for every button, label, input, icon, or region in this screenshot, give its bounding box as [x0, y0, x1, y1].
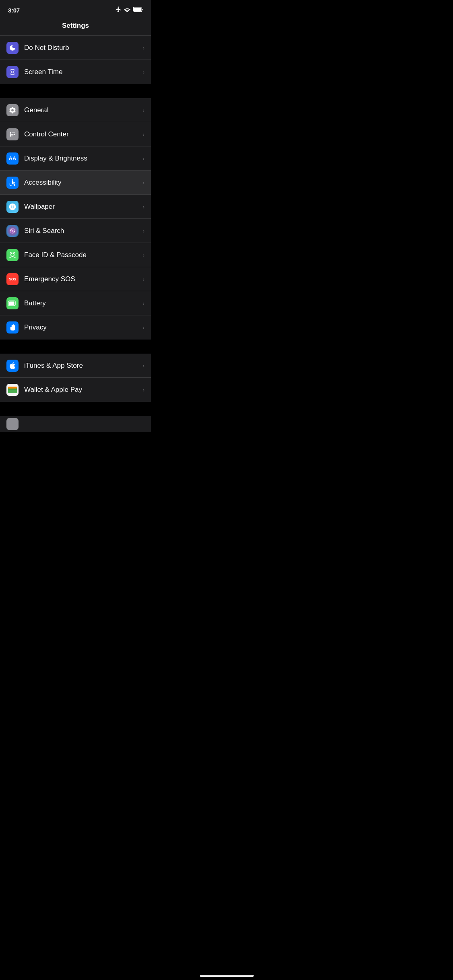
wallpaper-label: Wallpaper: [24, 203, 140, 211]
wallet-applepay-label: Wallet & Apple Pay: [24, 386, 140, 394]
row-control-center[interactable]: Control Center ›: [0, 122, 151, 146]
face-id-icon: [6, 249, 19, 261]
wallpaper-chevron: ›: [143, 204, 145, 210]
section-notifications: Do Not Disturb › Screen Time ›: [0, 36, 151, 84]
row-battery[interactable]: Battery ›: [0, 291, 151, 315]
svg-point-2: [10, 132, 12, 134]
screen-time-label: Screen Time: [24, 68, 140, 76]
wallet-applepay-chevron: ›: [143, 387, 145, 393]
row-privacy[interactable]: Privacy ›: [0, 315, 151, 340]
privacy-icon: [6, 321, 19, 334]
row-emergency-sos[interactable]: SOS Emergency SOS ›: [0, 267, 151, 291]
accessibility-label: Accessibility: [24, 179, 140, 187]
row-partial[interactable]: [0, 416, 151, 432]
do-not-disturb-icon: [6, 42, 19, 54]
general-chevron: ›: [143, 107, 145, 113]
svg-rect-6: [10, 134, 13, 135]
general-label: General: [24, 106, 140, 114]
display-brightness-icon: AA: [6, 152, 19, 165]
row-wallet-applepay[interactable]: Wallet & Apple Pay ›: [0, 378, 151, 402]
status-icons: [115, 6, 143, 14]
siri-search-label: Siri & Search: [24, 227, 140, 235]
face-id-label: Face ID & Passcode: [24, 251, 140, 259]
emergency-sos-chevron: ›: [143, 276, 145, 282]
wallpaper-icon: [6, 201, 19, 213]
row-general[interactable]: General ›: [0, 98, 151, 122]
svg-point-4: [14, 134, 15, 135]
accessibility-chevron: ›: [143, 179, 145, 186]
section-partial: [0, 416, 151, 432]
row-face-id[interactable]: Face ID & Passcode ›: [0, 243, 151, 267]
section-general: General › Control Center › AA Display & …: [0, 98, 151, 340]
row-accessibility[interactable]: Accessibility ›: [0, 171, 151, 195]
general-icon: [6, 104, 19, 116]
screen-time-chevron: ›: [143, 69, 145, 75]
airplane-icon: [115, 6, 122, 14]
row-screen-time[interactable]: Screen Time ›: [0, 60, 151, 84]
row-itunes-appstore[interactable]: iTunes & App Store ›: [0, 354, 151, 378]
control-center-icon: [6, 128, 19, 140]
svg-rect-5: [12, 132, 15, 133]
do-not-disturb-chevron: ›: [143, 45, 145, 51]
nav-bar: Settings: [0, 18, 151, 36]
page-title: Settings: [62, 22, 89, 29]
row-display-brightness[interactable]: AA Display & Brightness ›: [0, 146, 151, 171]
svg-rect-12: [9, 301, 14, 305]
section-store: iTunes & App Store › Wallet & Apple Pay …: [0, 354, 151, 402]
section-divider-1: [0, 84, 151, 98]
status-bar: 3:07: [0, 0, 151, 18]
siri-search-chevron: ›: [143, 228, 145, 234]
control-center-chevron: ›: [143, 131, 145, 138]
partial-icon: [6, 418, 19, 430]
battery-chevron: ›: [143, 300, 145, 307]
row-wallpaper[interactable]: Wallpaper ›: [0, 195, 151, 219]
accessibility-icon: [6, 177, 19, 189]
siri-icon: [6, 225, 19, 237]
svg-rect-1: [133, 8, 141, 12]
battery-status-icon: [133, 6, 143, 14]
privacy-label: Privacy: [24, 323, 140, 331]
row-do-not-disturb[interactable]: Do Not Disturb ›: [0, 36, 151, 60]
itunes-appstore-chevron: ›: [143, 362, 145, 369]
display-brightness-chevron: ›: [143, 155, 145, 162]
itunes-appstore-icon: [6, 360, 19, 372]
svg-point-8: [12, 179, 13, 180]
row-siri-search[interactable]: Siri & Search ›: [0, 219, 151, 243]
section-divider-3: [0, 402, 151, 416]
svg-rect-16: [8, 387, 17, 387]
itunes-appstore-label: iTunes & App Store: [24, 362, 140, 370]
privacy-chevron: ›: [143, 324, 145, 331]
section-divider-2: [0, 340, 151, 354]
emergency-sos-label: Emergency SOS: [24, 275, 140, 283]
svg-rect-7: [10, 136, 13, 136]
display-brightness-label: Display & Brightness: [24, 154, 140, 163]
wifi-icon: [124, 6, 130, 14]
control-center-label: Control Center: [24, 130, 140, 138]
status-time: 3:07: [8, 7, 20, 14]
screen-time-icon: [6, 66, 19, 78]
face-id-chevron: ›: [143, 252, 145, 258]
emergency-sos-icon: SOS: [6, 273, 19, 285]
battery-icon: [6, 297, 19, 309]
battery-label: Battery: [24, 299, 140, 307]
do-not-disturb-label: Do Not Disturb: [24, 44, 140, 52]
wallet-applepay-icon: [6, 384, 19, 396]
